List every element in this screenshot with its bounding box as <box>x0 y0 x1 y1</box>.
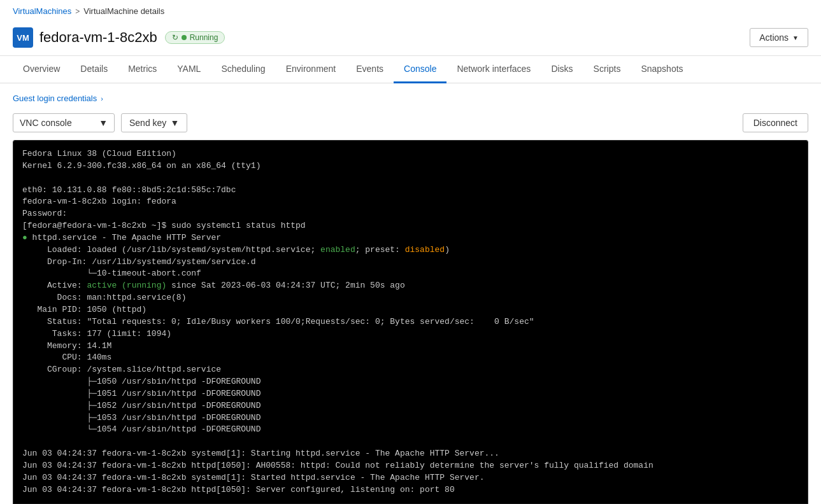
terminal-line-7: [fedora@fedora-vm-1-8c2xb ~]$ sudo syste… <box>22 220 799 232</box>
actions-dropdown-arrow: ▼ <box>792 34 799 41</box>
tab-yaml[interactable]: YAML <box>167 56 211 83</box>
breadcrumb-current: VirtualMachine details <box>83 6 164 16</box>
terminal-line-5: fedora-vm-1-8c2xb login: fedora <box>22 196 799 208</box>
terminal-line-12: Active: active (running) since Sat 2023-… <box>22 280 799 292</box>
terminal-line-16: Tasks: 177 (limit: 1094) <box>22 328 799 340</box>
terminal-line-8: ● httpd.service - The Apache HTTP Server <box>22 232 799 244</box>
guest-credentials-link[interactable]: Guest login credentials › <box>13 94 808 103</box>
terminal-line-27: Jun 03 04:24:37 fedora-vm-1-8c2xb httpd[… <box>22 460 799 472</box>
terminal-line-28: Jun 03 04:24:37 fedora-vm-1-8c2xb system… <box>22 472 799 484</box>
send-key-button[interactable]: Send key ▼ <box>121 113 187 132</box>
terminal-line-2: Kernel 6.2.9-300.fc38.x86_64 on an x86_6… <box>22 160 799 172</box>
send-key-label: Send key <box>129 118 166 128</box>
terminal-line-23: ├─1053 /usr/sbin/httpd -DFOREGROUND <box>22 412 799 424</box>
terminal-line-3 <box>22 172 799 185</box>
actions-button[interactable]: Actions ▼ <box>750 28 808 47</box>
status-refresh-icon: ↻ <box>172 33 178 42</box>
terminal-line-19: CGroup: /system.slice/httpd.service <box>22 364 799 376</box>
terminal-line-15: Status: "Total requests: 0; Idle/Busy wo… <box>22 316 799 328</box>
status-badge: ↻ Running <box>165 31 225 44</box>
tab-disks[interactable]: Disks <box>541 56 583 83</box>
send-key-arrow: ▼ <box>170 118 179 128</box>
tab-snapshots[interactable]: Snapshots <box>631 56 693 83</box>
terminal-line-9: Loaded: loaded (/usr/lib/systemd/system/… <box>22 244 799 256</box>
guest-credentials-label: Guest login credentials <box>13 94 97 103</box>
vm-name: fedora-vm-1-8c2xb <box>39 29 157 46</box>
terminal-line-20: ├─1050 /usr/sbin/httpd -DFOREGROUND <box>22 376 799 388</box>
terminal-line-1: Fedora Linux 38 (Cloud Edition) <box>22 148 799 160</box>
actions-label: Actions <box>759 32 789 43</box>
vnc-console-label: VNC console <box>20 118 72 128</box>
terminal-line-22: ├─1052 /usr/sbin/httpd -DFOREGROUND <box>22 400 799 412</box>
page-header: VM fedora-vm-1-8c2xb ↻ Running Actions ▼ <box>0 22 821 56</box>
tab-network-interfaces[interactable]: Network interfaces <box>446 56 541 83</box>
vnc-console-arrow: ▼ <box>99 118 108 128</box>
tab-metrics[interactable]: Metrics <box>118 56 167 83</box>
terminal-window[interactable]: Fedora Linux 38 (Cloud Edition) Kernel 6… <box>13 140 808 504</box>
vnc-console-dropdown[interactable]: VNC console ▼ <box>13 113 115 132</box>
status-dot <box>182 35 187 40</box>
tab-overview[interactable]: Overview <box>13 56 70 83</box>
terminal-line-6: Password: <box>22 208 799 220</box>
terminal-line-11: └─10-timeout-abort.conf <box>22 268 799 280</box>
terminal-line-26: Jun 03 04:24:37 fedora-vm-1-8c2xb system… <box>22 448 799 460</box>
status-label: Running <box>190 33 218 42</box>
main-content: Guest login credentials › VNC console ▼ … <box>0 83 821 504</box>
terminal-line-10: Drop-In: /usr/lib/systemd/system/service… <box>22 256 799 269</box>
terminal-line-14: Main PID: 1050 (httpd) <box>22 304 799 316</box>
terminal-line-17: Memory: 14.1M <box>22 340 799 353</box>
breadcrumb: VirtualMachines > VirtualMachine details <box>0 0 821 22</box>
console-controls: VNC console ▼ Send key ▼ Disconnect <box>13 113 808 132</box>
terminal-line-13: Docs: man:httpd.service(8) <box>22 292 799 304</box>
terminal-line-25 <box>22 436 799 448</box>
guest-credentials-chevron: › <box>101 95 103 102</box>
tab-events[interactable]: Events <box>346 56 394 83</box>
controls-left: VNC console ▼ Send key ▼ <box>13 113 187 132</box>
terminal-line-4: eth0: 10.131.0.88 fe80::8bd5:2c1d:585c:7… <box>22 185 799 197</box>
tab-environment[interactable]: Environment <box>276 56 346 83</box>
breadcrumb-parent[interactable]: VirtualMachines <box>13 6 71 16</box>
terminal-line-29: Jun 03 04:24:37 fedora-vm-1-8c2xb httpd[… <box>22 484 799 496</box>
terminal-line-24: └─1054 /usr/sbin/httpd -DFOREGROUND <box>22 424 799 436</box>
breadcrumb-separator: > <box>75 7 80 16</box>
terminal-line-18: CPU: 140ms <box>22 352 799 364</box>
tabs-nav: Overview Details Metrics YAML Scheduling… <box>0 56 821 83</box>
disconnect-button[interactable]: Disconnect <box>743 113 808 132</box>
vm-icon: VM <box>13 27 33 48</box>
terminal-output[interactable]: Fedora Linux 38 (Cloud Edition) Kernel 6… <box>13 141 808 503</box>
tab-scheduling[interactable]: Scheduling <box>211 56 275 83</box>
terminal-line-21: ├─1051 /usr/sbin/httpd -DFOREGROUND <box>22 388 799 400</box>
tab-details[interactable]: Details <box>70 56 118 83</box>
tab-scripts[interactable]: Scripts <box>583 56 631 83</box>
tab-console[interactable]: Console <box>394 56 446 83</box>
